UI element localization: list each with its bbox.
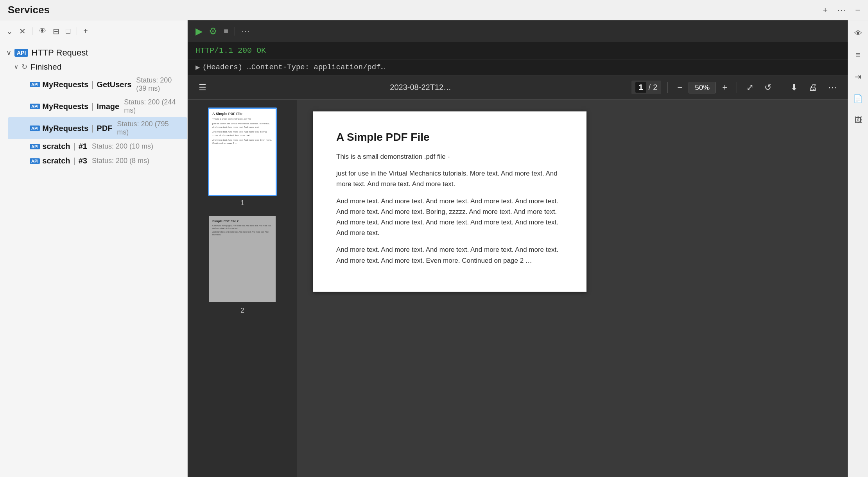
collection-scratch3: scratch (42, 156, 70, 165)
pdf-more-button[interactable]: ⋯ (825, 81, 840, 94)
request-item-image[interactable]: API MyRequests | Image Status: 200 (244 … (8, 95, 187, 117)
headers-text: (Headers) …Content-Type: application/pdf… (202, 63, 385, 72)
root-api-badge: API (14, 49, 28, 57)
sidebar-image-icon[interactable]: 🖼 (852, 113, 864, 127)
pdf-current-page[interactable]: 1 (635, 82, 646, 93)
sidebar-indent-icon[interactable]: ⇥ (852, 70, 864, 84)
root-chevron-icon: ∨ (6, 48, 11, 57)
collapse-icon[interactable]: ⌄ (6, 27, 13, 36)
zoom-input[interactable] (689, 82, 716, 93)
tree-group: ∨ ↻ Finished API MyRequests | GetUsers S… (0, 60, 187, 168)
zoom-out-button[interactable]: − (674, 81, 685, 94)
endpoint-scratch1: #1 (79, 142, 87, 151)
pdf-total-pages: 2 (653, 83, 657, 92)
pdf-thumbnail-1[interactable]: A Simple PDF File This is a small demons… (208, 108, 277, 207)
group-label: Finished (30, 62, 61, 72)
collection-pdf: MyRequests (42, 124, 88, 133)
eye-icon[interactable]: 👁 (39, 27, 47, 36)
sidebar-list-icon[interactable]: ≡ (854, 48, 863, 62)
add-window-icon[interactable]: + (823, 5, 828, 15)
right-toolbar: ▶ ⚙ ■ ⋯ (188, 20, 848, 42)
minimize-icon[interactable]: − (855, 5, 860, 15)
collection-getusers: MyRequests (42, 80, 88, 89)
status-scratch3: Status: 200 (8 ms) (92, 157, 149, 165)
more-options-button[interactable]: ⋯ (241, 26, 250, 36)
box-icon[interactable]: □ (66, 27, 70, 36)
endpoint-image: Image (97, 102, 119, 111)
pdf-thumb-page-1[interactable]: A Simple PDF File This is a small demons… (208, 108, 277, 196)
pdf-para-3: And more text. And more text. And more t… (336, 196, 563, 238)
refresh-icon: ↻ (22, 63, 27, 71)
window-controls: + ⋯ − (823, 5, 860, 15)
main-layout: ⌄ ✕ 👁 ⊟ □ + ∨ API HTTP Request ∨ ↻ Finis (0, 20, 868, 477)
pdf-filename: 2023-08-22T12… (214, 83, 627, 92)
toolbar-separator (32, 27, 32, 35)
status-getusers: Status: 200 (39 ms) (136, 76, 181, 93)
filter-icon[interactable]: ⊟ (53, 27, 59, 36)
fit-page-icon[interactable]: ⤢ (743, 81, 757, 94)
pdf-thumb-page-2[interactable]: Simple PDF File 2 Continued from page 1.… (208, 215, 277, 303)
add-icon[interactable]: + (83, 27, 88, 36)
toolbar-sep-dark (235, 27, 235, 36)
more-options-icon[interactable]: ⋯ (837, 5, 846, 15)
rotate-icon[interactable]: ↺ (761, 81, 775, 94)
request-item-scratch1[interactable]: API scratch | #1 Status: 200 (10 ms) (8, 139, 187, 154)
pdf-para-1: This is a small demonstration .pdf file … (336, 151, 563, 162)
right-panel: ▶ ⚙ ■ ⋯ HTTP/1.1 200 OK ▶ (Headers) …Con… (188, 20, 848, 477)
print-button[interactable]: 🖨 (805, 81, 820, 94)
request-item-pdf[interactable]: API MyRequests | PDF Status: 200 (795 ms… (8, 117, 187, 139)
pdf-zoom-control: − + (674, 81, 730, 94)
request-item-scratch3[interactable]: API scratch | #3 Status: 200 (8 ms) (8, 154, 187, 168)
left-toolbar: ⌄ ✕ 👁 ⊟ □ + (0, 20, 187, 42)
title-bar: Services + ⋯ − (0, 0, 868, 20)
pdf-main-view: A Simple PDF File This is a small demons… (297, 100, 848, 477)
root-label: HTTP Request (31, 48, 88, 58)
hamburger-icon[interactable]: ☰ (195, 81, 210, 94)
close-icon[interactable]: ✕ (19, 27, 26, 36)
stop-button[interactable]: ■ (224, 27, 228, 36)
pdf-sep-1 (667, 82, 668, 93)
sidebar-eye-icon[interactable]: 👁 (852, 27, 864, 40)
pdf-thumbnails: A Simple PDF File This is a small demons… (188, 100, 297, 477)
api-badge-pdf: API (30, 126, 40, 131)
pdf-thumb-inner-1: A Simple PDF File This is a small demons… (209, 109, 276, 195)
pdf-page-title: A Simple PDF File (336, 131, 563, 143)
api-badge-scratch3: API (30, 158, 40, 164)
status-image: Status: 200 (244 ms) (124, 98, 181, 115)
response-headers-row[interactable]: ▶ (Headers) …Content-Type: application/p… (188, 59, 848, 75)
pdf-para-4: And more text. And more text. And more t… (336, 244, 563, 265)
pdf-sep-3 (781, 82, 781, 93)
pdf-page-control: 1 / 2 (631, 81, 661, 94)
tree-area: ∨ API HTTP Request ∨ ↻ Finished API MyRe… (0, 42, 187, 477)
left-panel: ⌄ ✕ 👁 ⊟ □ + ∨ API HTTP Request ∨ ↻ Finis (0, 20, 188, 477)
download-button[interactable]: ⬇ (787, 81, 801, 94)
pdf-page-separator: / (649, 83, 651, 92)
tree-root[interactable]: ∨ API HTTP Request (0, 45, 187, 60)
pdf-toolbar: ☰ 2023-08-22T12… 1 / 2 − + ⤢ ↺ ⬇ 🖨 ⋯ (188, 75, 848, 100)
response-status-line: HTTP/1.1 200 OK (188, 42, 848, 59)
expand-arrow-icon: ▶ (195, 63, 200, 72)
api-badge-getusers: API (30, 82, 40, 87)
zoom-in-button[interactable]: + (719, 81, 730, 94)
collection-image: MyRequests (42, 102, 88, 111)
pdf-page-content: A Simple PDF File This is a small demons… (313, 111, 586, 292)
run-button[interactable]: ▶ (195, 26, 203, 37)
thumb-label-1: 1 (240, 199, 244, 207)
endpoint-scratch3: #3 (79, 156, 87, 165)
debug-button[interactable]: ⚙ (209, 26, 217, 37)
endpoint-getusers: GetUsers (97, 80, 131, 89)
request-item-getusers[interactable]: API MyRequests | GetUsers Status: 200 (3… (8, 74, 187, 95)
thumb-label-2: 2 (240, 307, 244, 315)
api-badge-image: API (30, 104, 40, 109)
status-scratch1: Status: 200 (10 ms) (92, 142, 153, 151)
pdf-thumbnail-2[interactable]: Simple PDF File 2 Continued from page 1.… (208, 215, 277, 315)
api-badge-scratch1: API (30, 144, 40, 149)
pdf-canvas: A Simple PDF File This is a small demons… (188, 100, 848, 477)
pdf-para-2: just for use in the Virtual Mechanics tu… (336, 168, 563, 189)
sidebar-doc-icon[interactable]: 📄 (851, 91, 865, 106)
group-chevron-icon: ∨ (14, 63, 18, 70)
collection-scratch1: scratch (42, 142, 70, 151)
endpoint-pdf: PDF (97, 124, 112, 133)
right-sidebar: 👁 ≡ ⇥ 📄 🖼 (848, 20, 868, 477)
group-header[interactable]: ∨ ↻ Finished (8, 60, 187, 74)
